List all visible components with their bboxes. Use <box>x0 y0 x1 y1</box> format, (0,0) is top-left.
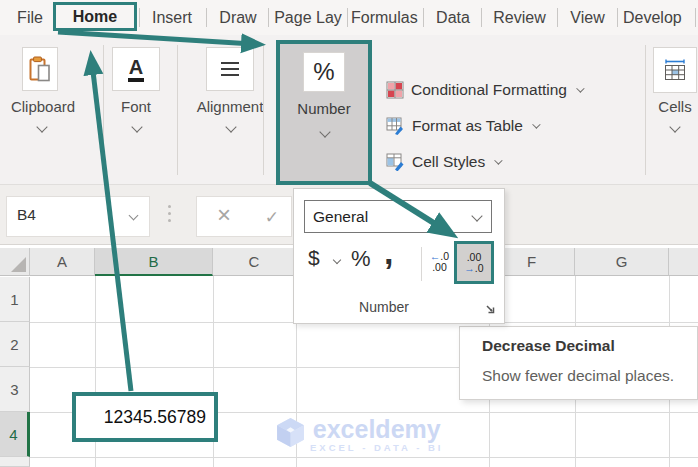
cells-table-icon <box>663 59 687 82</box>
alignment-group-label: Alignment <box>192 98 268 115</box>
number-chevron-down-icon[interactable] <box>319 126 330 137</box>
exceldemy-logo-icon <box>276 417 305 448</box>
tab-divider <box>557 8 558 27</box>
accounting-format-button[interactable]: $ <box>308 246 320 270</box>
column-header-g[interactable]: G <box>575 248 669 276</box>
watermark-tagline: EXCEL - DATA - BI <box>310 442 444 453</box>
number-format-button[interactable]: % <box>303 52 345 92</box>
column-header-partial[interactable] <box>669 248 698 276</box>
paste-button[interactable] <box>22 47 58 91</box>
number-format-selected-value: General <box>313 208 368 225</box>
number-group-annotation-box: % Number <box>276 40 372 185</box>
cancel-icon[interactable]: × <box>217 201 231 229</box>
column-header-a[interactable]: A <box>30 248 95 276</box>
combo-chevron-down-icon <box>471 210 482 221</box>
name-box-value: B4 <box>17 206 36 224</box>
decrease-decimal-annotation-box: .00 →.0 <box>454 241 494 284</box>
cell-styles-icon <box>386 153 405 171</box>
row-header-3[interactable]: 3 <box>0 367 30 412</box>
row-header-partial[interactable] <box>0 457 30 467</box>
name-box[interactable]: B4 <box>6 196 150 237</box>
formula-bar-divider-dots <box>168 205 171 222</box>
cell-styles-label: Cell Styles <box>412 153 485 171</box>
number-panel-group-label: Number <box>300 299 468 315</box>
number-format-select[interactable]: General <box>304 200 492 233</box>
conditional-formatting-button[interactable]: Conditional Formatting <box>386 81 582 99</box>
number-group-label: Number <box>280 100 368 117</box>
formula-buttons-box: × ✓ <box>196 196 292 237</box>
font-chevron-down-icon[interactable] <box>131 121 142 132</box>
excel-window: File Home Insert Draw Page Lay Formulas … <box>0 0 698 467</box>
font-group-label: Font <box>112 98 160 115</box>
font-button[interactable]: A <box>112 47 160 91</box>
tab-developer[interactable]: Develop <box>621 6 697 29</box>
cell-value: 12345.56789 <box>104 407 206 428</box>
number-format-panel: General $ % , ←.0 .00 .00 →.0 Number <box>293 188 505 324</box>
tab-page-layout[interactable]: Page Lay <box>271 6 345 29</box>
column-header-b[interactable]: B <box>95 248 213 276</box>
tab-divider <box>268 8 269 27</box>
select-all-triangle-icon <box>11 257 26 272</box>
home-tab-annotation-box: Home <box>53 2 137 31</box>
watermark: exceldemy EXCEL - DATA - BI <box>276 417 444 453</box>
group-divider <box>645 45 646 175</box>
tab-insert[interactable]: Insert <box>141 6 203 29</box>
group-divider <box>103 45 104 175</box>
tab-divider <box>347 8 348 27</box>
tab-review[interactable]: Review <box>484 6 555 29</box>
active-cell-b4[interactable]: 12345.56789 <box>72 392 218 442</box>
tab-divider <box>423 8 424 27</box>
comma-style-button[interactable]: , <box>384 233 393 272</box>
decrease-decimal-button[interactable]: .00 →.0 <box>464 252 483 274</box>
tab-divider <box>139 8 140 27</box>
tab-formulas[interactable]: Formulas <box>349 6 421 29</box>
alignment-button[interactable] <box>206 47 254 91</box>
watermark-brand: exceldemy <box>313 417 441 441</box>
tab-file[interactable]: File <box>10 6 50 29</box>
alignment-chevron-down-icon[interactable] <box>225 121 236 132</box>
conditional-formatting-label: Conditional Formatting <box>411 81 567 99</box>
panel-divider <box>421 247 422 281</box>
select-all-corner[interactable] <box>0 248 30 276</box>
decrease-decimal-tooltip: Decrease Decimal Show fewer decimal plac… <box>459 326 698 400</box>
column-header-c[interactable]: C <box>213 248 296 276</box>
tab-home[interactable]: Home <box>73 8 117 26</box>
format-as-table-icon <box>386 117 405 135</box>
percent-icon: % <box>313 58 334 86</box>
tab-data[interactable]: Data <box>426 6 480 29</box>
group-divider <box>263 45 264 175</box>
ribbon-tab-bar: File Home Insert Draw Page Lay Formulas … <box>0 0 698 35</box>
align-lines-icon <box>221 62 239 76</box>
dialog-launcher-icon[interactable] <box>484 303 496 315</box>
format-as-table-button[interactable]: Format as Table <box>386 117 538 135</box>
cells-button[interactable] <box>653 47 697 93</box>
name-box-chevron-down-icon[interactable] <box>129 211 139 221</box>
clipboard-chevron-down-icon[interactable] <box>36 121 47 132</box>
clipboard-icon <box>29 56 51 83</box>
tab-draw[interactable]: Draw <box>209 6 267 29</box>
cells-group-label: Cells <box>650 98 698 115</box>
tooltip-title: Decrease Decimal <box>482 337 615 355</box>
conditional-formatting-icon <box>386 81 404 99</box>
tab-divider <box>206 8 207 27</box>
enter-icon[interactable]: ✓ <box>265 207 279 228</box>
right-arrow-icon: → <box>464 262 475 274</box>
percent-style-button[interactable]: % <box>351 246 371 272</box>
font-color-icon: A <box>128 57 144 82</box>
tooltip-body: Show fewer decimal places. <box>482 367 674 385</box>
accounting-chevron-down-icon[interactable] <box>333 256 341 264</box>
tab-divider <box>695 8 696 27</box>
tab-view[interactable]: View <box>560 6 615 29</box>
tab-divider <box>617 8 618 27</box>
clipboard-group-label: Clipboard <box>4 98 82 115</box>
cell-styles-button[interactable]: Cell Styles <box>386 153 500 171</box>
gridline <box>30 457 698 458</box>
row-header-2[interactable]: 2 <box>0 322 30 367</box>
group-divider <box>177 45 178 175</box>
increase-decimal-button[interactable]: ←.0 .00 <box>426 251 453 273</box>
row-header-4[interactable]: 4 <box>0 412 30 457</box>
format-as-table-label: Format as Table <box>412 117 523 135</box>
row-header-1[interactable]: 1 <box>0 277 30 322</box>
tab-divider <box>481 8 482 27</box>
